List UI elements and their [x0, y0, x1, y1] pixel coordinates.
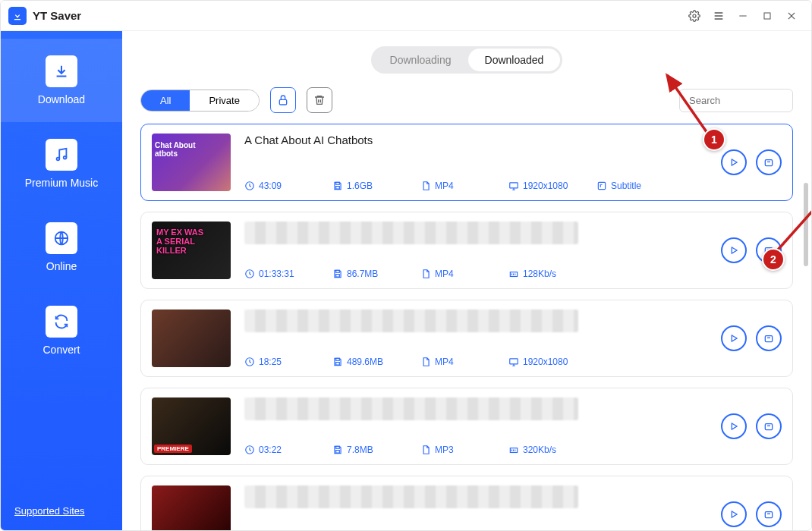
svg-rect-18	[765, 160, 772, 166]
meta-size: 1.6GB	[332, 181, 414, 191]
lock-button[interactable]	[270, 87, 296, 113]
svg-rect-36	[765, 424, 772, 430]
svg-point-0	[693, 14, 696, 17]
list-item[interactable]: 01:33:3186.7MBMP4128Kb/s	[140, 212, 793, 289]
meta-duration: 01:33:31	[244, 269, 326, 279]
scrollbar[interactable]	[804, 183, 808, 266]
item-title-blurred	[244, 397, 578, 420]
maximize-button[interactable]	[755, 4, 779, 28]
item-body: A Chat About AI Chatbots43:091.6GBMP4192…	[244, 134, 707, 191]
play-button[interactable]	[721, 501, 747, 527]
svg-rect-11	[279, 99, 286, 105]
play-button[interactable]	[721, 413, 747, 439]
thumbnail	[152, 222, 231, 279]
meta-size: 86.7MB	[332, 269, 414, 279]
app-title: YT Saver	[33, 9, 81, 22]
svg-marker-17	[732, 159, 737, 165]
svg-rect-26	[336, 358, 340, 360]
item-actions	[721, 325, 782, 351]
meta-bitrate: 128Kb/s	[508, 269, 590, 279]
meta-size: 7.8MB	[332, 445, 414, 455]
close-button[interactable]	[779, 4, 804, 28]
convert-icon	[46, 306, 77, 338]
delete-button[interactable]	[307, 87, 332, 113]
meta-format: MP4	[420, 269, 502, 279]
tab-downloaded[interactable]: Downloaded	[468, 49, 561, 71]
meta-resolution: 1920x1080	[508, 181, 590, 191]
item-meta: 43:091.6GBMP41920x1080Subtitle	[244, 181, 707, 191]
thumbnail	[152, 485, 231, 530]
sidebar: Download Premium Music Online Convert Su…	[1, 31, 122, 530]
search-input[interactable]	[679, 89, 793, 112]
open-folder-button[interactable]	[756, 149, 782, 175]
meta-size: 489.6MB	[332, 357, 414, 367]
thumbnail	[152, 134, 231, 191]
download-icon	[46, 55, 77, 87]
svg-point-8	[57, 158, 60, 161]
svg-marker-35	[732, 423, 737, 429]
svg-point-9	[64, 156, 67, 159]
settings-icon[interactable]	[682, 4, 707, 28]
tab-switch: Downloading Downloaded	[371, 46, 563, 74]
list-item[interactable]	[140, 476, 793, 530]
meta-duration: 18:25	[244, 357, 326, 367]
open-folder-button[interactable]	[756, 501, 782, 527]
sidebar-item-convert[interactable]: Convert	[1, 289, 122, 372]
list-item[interactable]: 03:227.8MBMP3320Kb/s	[140, 388, 793, 465]
list-item[interactable]: A Chat About AI Chatbots43:091.6GBMP4192…	[140, 124, 793, 201]
play-button[interactable]	[721, 325, 747, 351]
main-panel: Downloading Downloaded All Private A Cha…	[122, 31, 811, 530]
meta-duration: 43:09	[244, 181, 326, 191]
sidebar-item-premium-music[interactable]: Premium Music	[1, 122, 122, 206]
sidebar-item-label: Convert	[42, 344, 80, 356]
download-list: A Chat About AI Chatbots43:091.6GBMP4192…	[122, 124, 811, 530]
item-body	[244, 485, 707, 530]
open-folder-button[interactable]	[756, 325, 782, 351]
meta-format: MP4	[420, 181, 502, 191]
svg-rect-28	[510, 359, 518, 364]
play-button[interactable]	[721, 237, 747, 263]
svg-rect-16	[598, 182, 605, 189]
annotation-1: 1	[703, 128, 725, 151]
supported-sites-link[interactable]: Supported Sites	[1, 492, 122, 530]
sidebar-item-label: Online	[46, 260, 77, 272]
svg-rect-15	[510, 183, 518, 188]
item-title-blurred	[244, 485, 578, 508]
item-title-blurred	[244, 309, 578, 332]
toolbar: All Private	[122, 87, 811, 124]
tab-downloading[interactable]: Downloading	[373, 49, 468, 71]
play-button[interactable]	[721, 149, 747, 175]
sidebar-item-online[interactable]: Online	[1, 206, 122, 289]
thumbnail	[152, 309, 231, 367]
filter-private[interactable]: Private	[190, 90, 258, 111]
menu-icon[interactable]	[707, 4, 731, 28]
meta-format: MP4	[420, 357, 502, 367]
svg-rect-33	[336, 451, 340, 454]
filter-all[interactable]: All	[141, 90, 190, 111]
titlebar: YT Saver	[1, 1, 811, 31]
item-title-blurred	[244, 222, 578, 244]
item-meta: 01:33:3186.7MBMP4128Kb/s	[244, 269, 707, 279]
item-actions	[721, 413, 782, 439]
list-item[interactable]: 18:25489.6MBMP41920x1080	[140, 300, 793, 377]
meta-subtitle: Subtitle	[596, 181, 678, 191]
item-actions	[721, 149, 782, 175]
svg-rect-14	[336, 187, 340, 190]
thumbnail	[152, 397, 231, 455]
svg-rect-38	[765, 512, 772, 518]
svg-rect-21	[336, 275, 340, 278]
svg-rect-32	[336, 446, 340, 448]
filter-group: All Private	[140, 90, 260, 112]
item-title: A Chat About AI Chatbots	[244, 134, 707, 146]
minimize-button[interactable]	[731, 4, 755, 28]
svg-rect-13	[336, 182, 340, 184]
open-folder-button[interactable]	[756, 413, 782, 439]
item-meta: 18:25489.6MBMP41920x1080	[244, 357, 707, 367]
music-icon	[46, 139, 77, 171]
meta-bitrate: 320Kb/s	[508, 445, 590, 455]
meta-duration: 03:22	[244, 445, 326, 455]
sidebar-item-label: Premium Music	[25, 177, 98, 189]
sidebar-item-download[interactable]: Download	[1, 39, 122, 122]
item-body: 01:33:3186.7MBMP4128Kb/s	[244, 222, 707, 279]
meta-resolution: 1920x1080	[508, 357, 590, 367]
